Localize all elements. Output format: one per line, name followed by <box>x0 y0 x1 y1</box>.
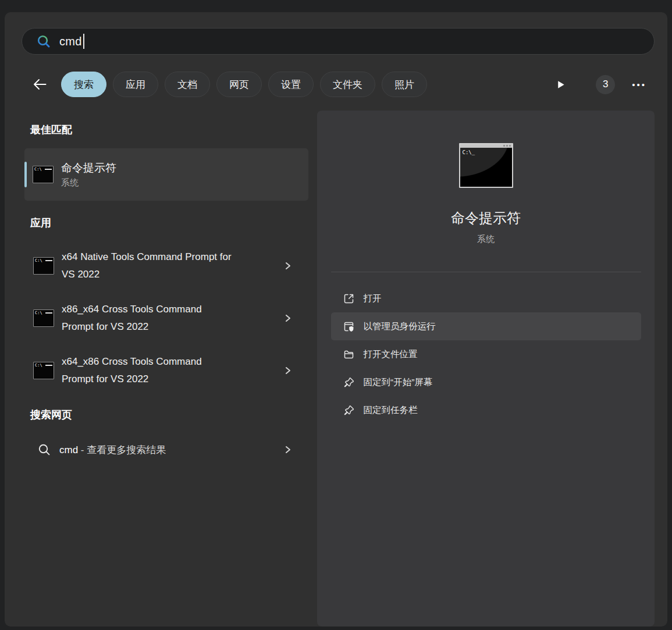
action-run-as-admin[interactable]: 以管理员身份运行 <box>331 312 641 340</box>
tab-photos[interactable]: 照片 <box>382 72 427 97</box>
app-result-title: x64 Native Tools Command Prompt for VS 2… <box>62 248 236 283</box>
cmd-app-icon: C:\ <box>33 257 54 275</box>
play-icon[interactable] <box>552 76 569 93</box>
text-caret <box>83 34 84 49</box>
best-match-header: 最佳匹配 <box>30 123 72 137</box>
rewards-count-badge[interactable]: 3 <box>596 75 615 94</box>
cmd-app-icon-large: C:\_ <box>459 143 513 188</box>
tab-apps[interactable]: 应用 <box>113 72 158 97</box>
app-result-title: x86_x64 Cross Tools Command Prompt for V… <box>62 301 236 336</box>
chevron-right-icon[interactable] <box>284 366 292 375</box>
run-as-admin-icon <box>343 321 355 333</box>
apps-header: 应用 <box>30 216 51 230</box>
folder-icon <box>343 348 355 361</box>
app-result-item[interactable]: C:\ x64_x86 Cross Tools Command Prompt f… <box>24 344 308 397</box>
web-search-item[interactable]: cmd - 查看更多搜索结果 <box>24 433 308 466</box>
best-match-title: 命令提示符 <box>61 161 308 176</box>
cmd-app-icon: C:\ <box>33 309 54 327</box>
tab-documents[interactable]: 文档 <box>165 72 210 97</box>
pin-icon <box>343 376 355 389</box>
tab-folders[interactable]: 文件夹 <box>320 72 375 97</box>
action-pin-to-start[interactable]: 固定到“开始”屏幕 <box>331 368 641 396</box>
cmd-app-icon: C:\ <box>33 362 54 379</box>
chevron-right-icon[interactable] <box>284 446 292 454</box>
search-icon <box>36 34 51 49</box>
action-open-file-location[interactable]: 打开文件位置 <box>331 340 641 368</box>
best-match-item[interactable]: C:\ 命令提示符 系统 <box>24 148 308 201</box>
selection-accent-bar <box>24 162 27 187</box>
app-result-title: x64_x86 Cross Tools Command Prompt for V… <box>62 353 236 388</box>
chevron-right-icon[interactable] <box>284 314 292 322</box>
best-match-subtitle: 系统 <box>61 177 308 188</box>
open-external-icon <box>343 293 355 305</box>
search-bar[interactable]: cmd <box>22 28 655 55</box>
web-search-header: 搜索网页 <box>30 408 72 422</box>
app-result-item[interactable]: C:\ x64 Native Tools Command Prompt for … <box>24 240 308 292</box>
action-open[interactable]: 打开 <box>331 284 641 312</box>
context-actions: 打开 以管理员身份运行 <box>331 284 641 424</box>
preview-subtitle: 系统 <box>477 233 495 245</box>
filter-nav: 搜索 应用 文档 网页 设置 文件夹 照片 3 ••• <box>5 70 667 98</box>
divider <box>331 272 641 272</box>
web-query-text: cmd <box>59 444 78 455</box>
search-icon <box>37 443 51 457</box>
search-input[interactable]: cmd <box>59 35 82 48</box>
pin-icon <box>343 404 355 417</box>
chevron-right-icon[interactable] <box>284 262 292 270</box>
web-suffix-text: - 查看更多搜索结果 <box>78 444 166 455</box>
action-pin-to-taskbar[interactable]: 固定到任务栏 <box>331 396 641 424</box>
filter-tabs: 搜索 应用 文档 网页 设置 文件夹 照片 <box>61 72 427 97</box>
back-button[interactable] <box>28 73 51 96</box>
more-options-button[interactable]: ••• <box>631 76 648 93</box>
tab-settings[interactable]: 设置 <box>268 72 314 97</box>
tab-web[interactable]: 网页 <box>216 72 262 97</box>
tab-search[interactable]: 搜索 <box>61 72 106 97</box>
preview-panel: C:\_ 命令提示符 系统 打开 <box>317 111 655 627</box>
cmd-app-icon: C:\ <box>33 166 54 183</box>
results-list: 最佳匹配 C:\ 命令提示符 系统 应用 C:\ x64 Native Tool… <box>24 111 308 611</box>
app-result-item[interactable]: C:\ x86_x64 Cross Tools Command Prompt f… <box>24 292 308 344</box>
preview-title: 命令提示符 <box>451 209 521 227</box>
search-flyout-window: cmd 搜索 应用 文档 网页 设置 文件夹 照片 3 <box>5 12 667 627</box>
nav-right-controls: 3 ••• <box>552 70 648 98</box>
